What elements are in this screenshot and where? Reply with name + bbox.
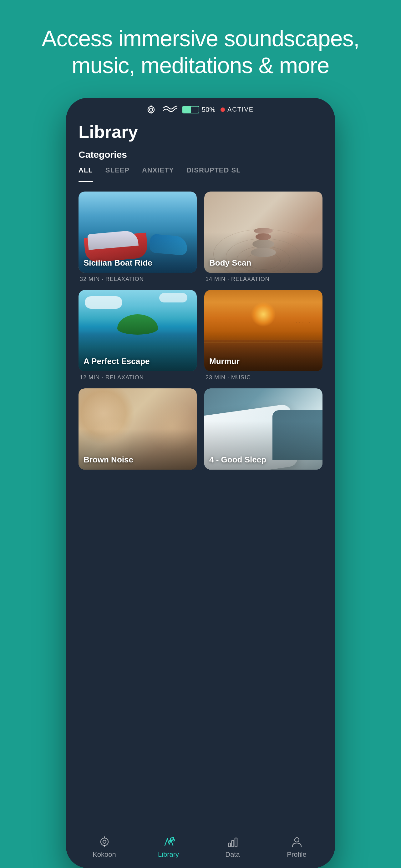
hero-heading: Access immersive soundscapes, music, med… bbox=[0, 0, 401, 98]
data-icon bbox=[226, 836, 239, 848]
island-card-meta: 12 MIN · RELAXATION bbox=[79, 374, 197, 381]
svg-point-5 bbox=[103, 840, 106, 843]
status-bar: 50% ACTIVE bbox=[66, 98, 335, 117]
category-tabs: ALL SLEEP ANXIETY DISRUPTED SL bbox=[79, 166, 322, 182]
active-label: ACTIVE bbox=[227, 106, 254, 113]
kokoon-icon bbox=[98, 836, 111, 848]
tab-disrupted[interactable]: DISRUPTED SL bbox=[187, 166, 240, 178]
sleep-card-label: 4 - Good Sleep bbox=[209, 455, 266, 465]
nav-profile[interactable]: Profile bbox=[278, 836, 316, 859]
battery-fill bbox=[183, 106, 191, 113]
tab-sleep[interactable]: SLEEP bbox=[106, 166, 130, 178]
content-grid: Sicilian Boat Ride 32 MIN · RELAXATION bbox=[79, 191, 322, 479]
card-good-sleep[interactable]: 4 - Good Sleep bbox=[204, 389, 322, 473]
stones-card-meta: 14 MIN · RELAXATION bbox=[204, 276, 322, 282]
card-image-brown: Brown Noise bbox=[79, 389, 197, 470]
card-perfect-escape[interactable]: A Perfect Escape 12 MIN · RELAXATION bbox=[79, 290, 197, 381]
murmur-card-meta: 23 MIN · MUSIC bbox=[204, 374, 322, 381]
murmur-card-label: Murmur bbox=[209, 356, 239, 366]
nav-kokoon-label: Kokoon bbox=[93, 850, 116, 859]
profile-icon bbox=[291, 836, 303, 848]
card-image-island: A Perfect Escape bbox=[79, 290, 197, 371]
svg-point-0 bbox=[148, 106, 154, 113]
nav-kokoon[interactable]: Kokoon bbox=[86, 836, 123, 859]
library-icon bbox=[162, 836, 175, 848]
card-image-sleep: 4 - Good Sleep bbox=[204, 389, 322, 470]
boat-card-meta: 32 MIN · RELAXATION bbox=[79, 276, 197, 282]
svg-point-4 bbox=[101, 838, 108, 845]
bottom-nav: Kokoon Library bbox=[66, 829, 335, 868]
card-body-scan[interactable]: Body Scan 14 MIN · RELAXATION bbox=[204, 191, 322, 282]
svg-rect-10 bbox=[228, 843, 231, 847]
active-dot bbox=[221, 107, 225, 112]
signal-area bbox=[147, 105, 177, 114]
signal-icon bbox=[147, 105, 160, 114]
scroll-area[interactable]: Categories ALL SLEEP ANXIETY DISRUPTED S… bbox=[66, 149, 335, 829]
categories-title: Categories bbox=[79, 149, 322, 160]
phone-frame: 50% ACTIVE Library Categories ALL SLEEP … bbox=[66, 98, 335, 868]
svg-rect-12 bbox=[235, 838, 237, 847]
nav-data-label: Data bbox=[225, 850, 239, 859]
card-murmur[interactable]: · · · · · · · · · · · · · · · · · · · Mu… bbox=[204, 290, 322, 381]
card-brown-noise[interactable]: Brown Noise bbox=[79, 389, 197, 473]
nav-data[interactable]: Data bbox=[214, 836, 252, 859]
nav-library[interactable]: Library bbox=[150, 836, 188, 859]
card-sicilian-boat-ride[interactable]: Sicilian Boat Ride 32 MIN · RELAXATION bbox=[79, 191, 197, 282]
boat-card-label: Sicilian Boat Ride bbox=[84, 258, 152, 268]
page-title: Library bbox=[79, 122, 322, 142]
battery-area: 50% bbox=[182, 105, 216, 114]
wave-icon bbox=[162, 105, 177, 114]
svg-point-13 bbox=[295, 838, 299, 842]
nav-profile-label: Profile bbox=[287, 850, 306, 859]
nav-library-label: Library bbox=[158, 850, 179, 859]
active-badge: ACTIVE bbox=[221, 106, 254, 113]
svg-rect-11 bbox=[231, 840, 234, 847]
battery-percent: 50% bbox=[202, 105, 216, 114]
card-image-stones: Body Scan bbox=[204, 191, 322, 273]
svg-point-1 bbox=[149, 108, 153, 111]
categories-section: Categories ALL SLEEP ANXIETY DISRUPTED S… bbox=[66, 149, 335, 479]
tab-all[interactable]: ALL bbox=[79, 166, 93, 178]
stones-card-label: Body Scan bbox=[209, 258, 251, 268]
brown-card-label: Brown Noise bbox=[84, 455, 133, 465]
battery-bar bbox=[182, 106, 199, 114]
tab-anxiety[interactable]: ANXIETY bbox=[142, 166, 174, 178]
island-card-label: A Perfect Escape bbox=[84, 356, 149, 366]
card-image-boat: Sicilian Boat Ride bbox=[79, 191, 197, 273]
card-image-murmur: · · · · · · · · · · · · · · · · · · · Mu… bbox=[204, 290, 322, 371]
app-header: Library bbox=[66, 117, 335, 149]
